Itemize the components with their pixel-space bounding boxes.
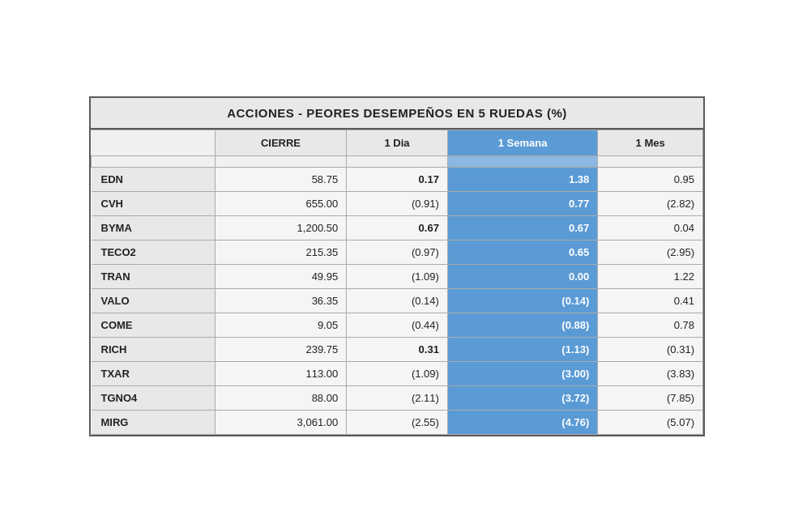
cell-cierre: 3,061.00 xyxy=(215,410,346,434)
main-table-wrapper: ACCIONES - PEORES DESEMPEÑOS EN 5 RUEDAS… xyxy=(89,96,705,436)
table-row: RICH239.750.31(1.13)(0.31) xyxy=(92,337,703,361)
cell-cierre: 215.35 xyxy=(215,240,346,264)
cell-semana: (1.13) xyxy=(447,337,597,361)
cell-dia: (2.55) xyxy=(347,410,448,434)
data-table: CIERRE 1 Dia 1 Semana 1 Mes EDN58.750.17… xyxy=(91,130,703,435)
col-header-mes: 1 Mes xyxy=(598,130,703,155)
table-row: MIRG3,061.00(2.55)(4.76)(5.07) xyxy=(92,410,703,434)
cell-semana: (0.88) xyxy=(447,313,597,337)
cell-mes: (2.82) xyxy=(598,191,703,215)
cell-semana: 1.38 xyxy=(447,167,597,191)
cell-dia: 0.31 xyxy=(347,337,448,361)
table-row: BYMA1,200.500.670.670.04 xyxy=(92,215,703,240)
cell-cierre: 49.95 xyxy=(215,264,346,288)
cell-name: CVH xyxy=(92,191,216,215)
cell-mes: 0.95 xyxy=(598,167,703,191)
cell-mes: (3.83) xyxy=(598,361,703,385)
cell-dia: 0.17 xyxy=(347,167,448,191)
table-row: EDN58.750.171.380.95 xyxy=(92,167,703,191)
cell-semana: 0.00 xyxy=(447,264,597,288)
cell-semana: 0.67 xyxy=(447,215,597,240)
cell-dia: (1.09) xyxy=(347,361,448,385)
cell-dia: (1.09) xyxy=(347,264,448,288)
cell-cierre: 58.75 xyxy=(215,167,346,191)
empty-cell-2 xyxy=(215,155,346,167)
table-row: TGNO488.00(2.11)(3.72)(7.85) xyxy=(92,385,703,410)
table-row: CVH655.00(0.91)0.77(2.82) xyxy=(92,191,703,215)
col-header-semana: 1 Semana xyxy=(447,130,597,155)
cell-name: TECO2 xyxy=(92,240,216,264)
table-title: ACCIONES - PEORES DESEMPEÑOS EN 5 RUEDAS… xyxy=(91,98,703,130)
cell-dia: (0.44) xyxy=(347,313,448,337)
cell-mes: (7.85) xyxy=(598,385,703,410)
cell-cierre: 9.05 xyxy=(215,313,346,337)
cell-cierre: 655.00 xyxy=(215,191,346,215)
cell-mes: 0.04 xyxy=(598,215,703,240)
col-header-dia: 1 Dia xyxy=(347,130,448,155)
empty-cell-4 xyxy=(447,155,597,167)
cell-semana: (0.14) xyxy=(447,288,597,313)
table-row: VALO36.35(0.14)(0.14)0.41 xyxy=(92,288,703,313)
table-row: COME9.05(0.44)(0.88)0.78 xyxy=(92,313,703,337)
cell-dia: (0.14) xyxy=(347,288,448,313)
table-row: TXAR113.00(1.09)(3.00)(3.83) xyxy=(92,361,703,385)
cell-semana: (3.72) xyxy=(447,385,597,410)
empty-cell-1 xyxy=(92,155,216,167)
cell-name: VALO xyxy=(92,288,216,313)
cell-semana: (4.76) xyxy=(447,410,597,434)
cell-semana: 0.77 xyxy=(447,191,597,215)
cell-name: EDN xyxy=(92,167,216,191)
empty-cell-5 xyxy=(598,155,703,167)
cell-dia: (0.97) xyxy=(347,240,448,264)
cell-dia: (2.11) xyxy=(347,385,448,410)
cell-cierre: 1,200.50 xyxy=(215,215,346,240)
col-header-name xyxy=(92,130,216,155)
cell-semana: 0.65 xyxy=(447,240,597,264)
cell-mes: 0.41 xyxy=(598,288,703,313)
cell-cierre: 239.75 xyxy=(215,337,346,361)
cell-mes: 0.78 xyxy=(598,313,703,337)
cell-name: TXAR xyxy=(92,361,216,385)
cell-mes: (5.07) xyxy=(598,410,703,434)
table-row: TECO2215.35(0.97)0.65(2.95) xyxy=(92,240,703,264)
cell-semana: (3.00) xyxy=(447,361,597,385)
cell-cierre: 113.00 xyxy=(215,361,346,385)
cell-dia: (0.91) xyxy=(347,191,448,215)
empty-cell-3 xyxy=(347,155,448,167)
cell-mes: (0.31) xyxy=(598,337,703,361)
cell-name: COME xyxy=(92,313,216,337)
cell-name: TRAN xyxy=(92,264,216,288)
cell-name: TGNO4 xyxy=(92,385,216,410)
cell-mes: 1.22 xyxy=(598,264,703,288)
cell-cierre: 36.35 xyxy=(215,288,346,313)
cell-name: BYMA xyxy=(92,215,216,240)
cell-name: RICH xyxy=(92,337,216,361)
cell-name: MIRG xyxy=(92,410,216,434)
cell-dia: 0.67 xyxy=(347,215,448,240)
table-row: TRAN49.95(1.09)0.001.22 xyxy=(92,264,703,288)
col-header-cierre: CIERRE xyxy=(215,130,346,155)
cell-mes: (2.95) xyxy=(598,240,703,264)
cell-cierre: 88.00 xyxy=(215,385,346,410)
